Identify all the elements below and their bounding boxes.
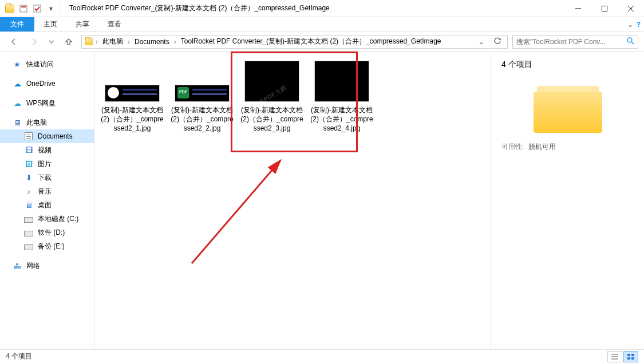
- annotation-arrow: [180, 149, 295, 275]
- music-icon: ♪: [24, 187, 33, 196]
- sidebar-item-desktop[interactable]: 🖥桌面: [0, 198, 94, 212]
- svg-rect-0: [20, 5, 27, 12]
- cloud-icon: ☁: [13, 79, 22, 88]
- sidebar-label: 软件 (D:): [38, 228, 65, 238]
- status-bar: 4 个项目: [0, 349, 644, 363]
- svg-line-8: [631, 42, 634, 44]
- drive-icon: [24, 214, 33, 223]
- qat-properties-icon[interactable]: [17, 2, 30, 15]
- sidebar-label: OneDrive: [26, 80, 56, 88]
- address-folder-icon: [85, 38, 93, 45]
- sidebar-item-downloads[interactable]: ⬇下载: [0, 171, 94, 184]
- sidebar-item-music[interactable]: ♪音乐: [0, 184, 94, 198]
- pc-icon: 🖥: [13, 118, 22, 127]
- qat-checkbox-icon[interactable]: [31, 2, 44, 15]
- file-item[interactable]: PDF (复制)-新建文本文档 (2)（合并）_compressed2_2.jp…: [170, 61, 234, 133]
- sidebar-label: Documents: [38, 132, 73, 140]
- nav-up-button[interactable]: [61, 34, 77, 49]
- svg-rect-13: [627, 354, 630, 356]
- chevron-right-icon[interactable]: ›: [94, 38, 99, 46]
- sidebar-label: 图片: [38, 159, 52, 169]
- cloud-icon: ☁: [13, 98, 22, 108]
- sidebar-item-drive-d[interactable]: 软件 (D:): [0, 226, 94, 239]
- download-icon: ⬇: [24, 173, 33, 182]
- file-list-area[interactable]: (复制)-新建文本文档 (2)（合并）_compressed2_1.jpg PD…: [94, 52, 491, 349]
- sidebar-label: 视频: [38, 145, 52, 155]
- sidebar-item-videos[interactable]: 🎞视频: [0, 143, 94, 157]
- crumb-current-folder[interactable]: ToolRocket PDF Converter_(复制)-新建文本文档 (2)…: [179, 37, 444, 46]
- nav-forward-button[interactable]: [26, 34, 42, 49]
- file-tab[interactable]: 文件: [0, 17, 34, 31]
- video-icon: 🎞: [24, 145, 33, 155]
- sidebar-item-wps[interactable]: ☁WPS网盘: [0, 96, 94, 110]
- sidebar-label: 快速访问: [26, 60, 54, 69]
- sidebar-label: 音乐: [38, 187, 52, 196]
- tab-share[interactable]: 共享: [66, 17, 98, 31]
- qat-customize-icon[interactable]: ▾: [45, 2, 57, 15]
- navigation-pane: ★快速访问 ☁OneDrive ☁WPS网盘 🖥此电脑 Documents 🎞视…: [0, 52, 94, 349]
- refresh-button[interactable]: [490, 37, 505, 46]
- picture-icon: 🖼: [24, 159, 33, 168]
- address-row: › 此电脑 › Documents › ToolRocket PDF Conve…: [0, 32, 644, 52]
- sidebar-item-this-pc[interactable]: 🖥此电脑: [0, 116, 94, 129]
- file-name: (复制)-新建文本文档 (2)（合并）_compressed2_2.jpg: [170, 105, 234, 133]
- sidebar-item-drive-e[interactable]: 备份 (E:): [0, 239, 94, 253]
- sidebar-item-network[interactable]: 🖧网络: [0, 259, 94, 273]
- crumb-this-pc[interactable]: 此电脑: [100, 37, 125, 46]
- help-icon[interactable]: ?: [637, 21, 641, 29]
- file-item[interactable]: (复制)-新建文本文档 (2)（合并）_compressed2_1.jpg: [100, 61, 164, 133]
- crumb-documents[interactable]: Documents: [132, 38, 172, 46]
- sidebar-item-pictures[interactable]: 🖼图片: [0, 157, 94, 171]
- app-icon: [3, 2, 16, 15]
- svg-point-7: [627, 38, 632, 42]
- sidebar-item-documents[interactable]: Documents: [0, 129, 94, 143]
- file-item[interactable]: 迅读PDF大师 (复制)-新建文本文档 (2)（合并）_compressed2_…: [240, 61, 304, 133]
- svg-rect-16: [631, 357, 634, 360]
- address-bar[interactable]: › 此电脑 › Documents › ToolRocket PDF Conve…: [81, 35, 508, 49]
- sidebar-label: 本地磁盘 (C:): [38, 214, 78, 224]
- network-icon: 🖧: [13, 261, 22, 270]
- nav-history-dropdown[interactable]: [47, 34, 56, 49]
- close-button[interactable]: [618, 0, 644, 17]
- details-pane: 4 个项目 可用性: 脱机可用: [491, 52, 644, 349]
- sidebar-label: 下载: [38, 173, 52, 183]
- search-input[interactable]: [516, 38, 626, 46]
- svg-rect-14: [631, 354, 634, 356]
- maximize-button[interactable]: [591, 0, 618, 17]
- file-thumbnail: PDF: [175, 85, 230, 102]
- svg-rect-2: [34, 5, 41, 12]
- desktop-icon: 🖥: [24, 200, 33, 210]
- document-icon: [24, 132, 33, 141]
- chevron-right-icon[interactable]: ›: [173, 38, 177, 46]
- sidebar-item-onedrive[interactable]: ☁OneDrive: [0, 77, 94, 90]
- svg-line-9: [192, 160, 280, 263]
- sidebar-label: 桌面: [38, 200, 52, 210]
- sidebar-label: WPS网盘: [26, 98, 56, 108]
- minimize-button[interactable]: [565, 0, 591, 17]
- chevron-right-icon[interactable]: ›: [127, 38, 131, 46]
- window-title: ToolRocket PDF Converter_(复制)-新建文本文档 (2)…: [65, 3, 565, 13]
- sidebar-item-quick-access[interactable]: ★快速访问: [0, 57, 94, 71]
- sidebar-item-drive-c[interactable]: 本地磁盘 (C:): [0, 212, 94, 226]
- svg-rect-15: [627, 357, 630, 360]
- sidebar-label: 备份 (E:): [38, 242, 65, 251]
- view-details-button[interactable]: [607, 351, 622, 362]
- view-thumbnails-button[interactable]: [623, 351, 638, 362]
- watermark-text: 迅读PDF大师: [251, 84, 289, 102]
- nav-back-button[interactable]: [6, 34, 22, 49]
- ribbon: 文件 主页 共享 查看 ⌄ ?: [0, 17, 644, 32]
- svg-rect-1: [21, 6, 26, 7]
- ribbon-expand-icon[interactable]: ⌄: [627, 21, 633, 29]
- tab-home[interactable]: 主页: [34, 17, 66, 31]
- search-box[interactable]: [512, 35, 638, 49]
- details-title: 4 个项目: [501, 60, 634, 70]
- details-availability-label: 可用性:: [501, 142, 524, 152]
- file-thumbnail: 迅读PDF大师: [244, 61, 299, 102]
- search-icon[interactable]: [626, 37, 634, 46]
- address-dropdown-icon[interactable]: ⌄: [475, 38, 488, 46]
- sidebar-label: 网络: [26, 261, 40, 271]
- tab-view[interactable]: 查看: [98, 17, 131, 31]
- file-item[interactable]: (复制)-新建文本文档 (2)（合并）_compressed2_4.jpg: [310, 61, 374, 133]
- file-name: (复制)-新建文本文档 (2)（合并）_compressed2_4.jpg: [310, 105, 374, 133]
- file-thumbnail: [314, 61, 369, 102]
